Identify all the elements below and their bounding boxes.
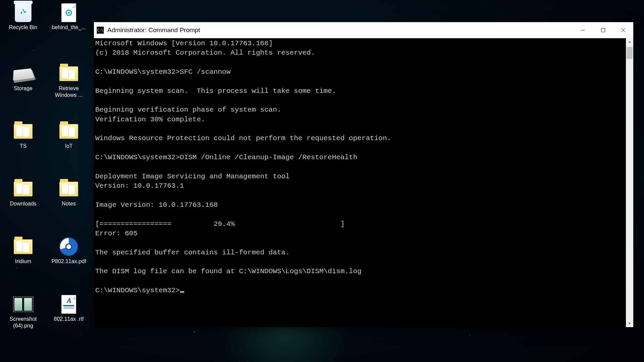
minimize-icon xyxy=(581,28,585,33)
desktop-icon-label: behind_the_... xyxy=(52,24,86,31)
desktop-icon-label: Notes xyxy=(62,200,76,207)
cursor-icon xyxy=(180,291,184,293)
desktop-icon-label: Screenshot (64).png xyxy=(5,316,42,329)
vertical-scrollbar[interactable] xyxy=(626,38,633,327)
document-icon xyxy=(59,3,79,23)
scrollbar-track[interactable] xyxy=(626,46,633,320)
close-icon xyxy=(621,28,626,33)
chevron-up-icon xyxy=(628,40,631,44)
desktop-icon-802-rtf[interactable]: A 802.11ax .rtf xyxy=(50,294,87,322)
window-controls xyxy=(573,22,633,38)
desktop-icon-label: 802.11ax .rtf xyxy=(54,316,84,322)
desktop-icon-screenshot[interactable]: Screenshot (64).png xyxy=(5,294,42,329)
desktop-icon-label: Recycle Bin xyxy=(9,24,37,31)
window-title: Administrator: Command Prompt xyxy=(107,26,200,34)
image-file-icon xyxy=(13,294,33,314)
chevron-down-icon xyxy=(628,322,631,325)
desktop-icon-retrieve-windows[interactable]: Retrieve Windows ... xyxy=(50,64,87,99)
desktop-icon-recycle-bin[interactable]: Recycle Bin xyxy=(5,3,42,31)
desktop-icon-iridium[interactable]: Iridium xyxy=(5,237,42,265)
folder-icon xyxy=(59,179,79,199)
folder-icon xyxy=(13,237,33,257)
maximize-icon xyxy=(601,28,605,33)
maximize-button[interactable] xyxy=(593,22,613,38)
svg-rect-3 xyxy=(601,28,605,32)
desktop-icon-downloads[interactable]: Downloads xyxy=(5,179,42,207)
scroll-up-button[interactable] xyxy=(626,38,633,46)
rtf-file-icon: A xyxy=(59,294,79,314)
scrollbar-thumb[interactable] xyxy=(627,47,633,59)
pdf-icon xyxy=(59,237,79,257)
scroll-down-button[interactable] xyxy=(626,320,633,327)
folder-icon xyxy=(13,121,33,141)
desktop-icon-label: IoT xyxy=(65,143,72,149)
desktop-icon-label: Retrieve Windows ... xyxy=(50,85,87,99)
desktop-icon-iot[interactable]: IoT xyxy=(50,121,87,149)
terminal-output[interactable]: Microsoft Windows [Version 10.0.17763.16… xyxy=(94,38,626,327)
desktop-icon-ts[interactable]: TS xyxy=(5,121,42,149)
svg-point-1 xyxy=(68,12,70,14)
drive-icon xyxy=(13,64,33,84)
folder-icon xyxy=(59,64,79,84)
desktop-icon-p802-pdf[interactable]: P802.11ax.pdf xyxy=(50,237,87,265)
desktop-icon-notes[interactable]: Notes xyxy=(50,179,87,207)
desktop-icon-storage[interactable]: Storage xyxy=(5,64,42,92)
close-button[interactable] xyxy=(613,22,633,38)
desktop-icon-behind-the[interactable]: behind_the_... xyxy=(50,3,87,31)
folder-icon xyxy=(13,179,33,199)
minimize-button[interactable] xyxy=(573,22,593,38)
recycle-bin-icon xyxy=(13,3,33,23)
desktop-icon-label: Iridium xyxy=(15,258,31,265)
desktop-icon-label: TS xyxy=(20,143,26,149)
command-prompt-icon: C:\ xyxy=(97,26,104,34)
command-prompt-window: C:\ Administrator: Command Prompt Micros… xyxy=(94,22,633,327)
desktop-icon-label: Downloads xyxy=(10,200,36,207)
folder-icon xyxy=(59,121,79,141)
desktop-icon-label: Storage xyxy=(14,85,33,92)
desktop-icon-label: P802.11ax.pdf xyxy=(51,258,86,265)
titlebar[interactable]: C:\ Administrator: Command Prompt xyxy=(94,22,633,38)
